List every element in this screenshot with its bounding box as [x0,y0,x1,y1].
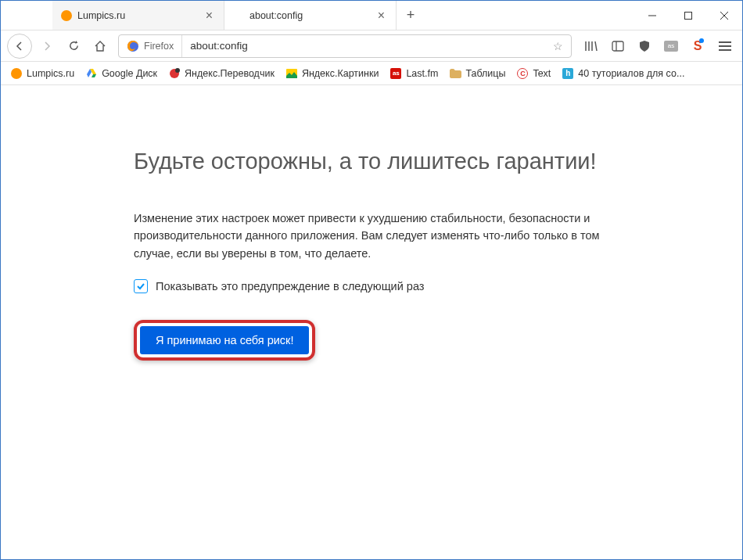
svg-rect-1 [685,12,692,19]
library-icon[interactable] [581,36,601,56]
copyright-icon: C [516,67,529,80]
identity-box[interactable]: Firefox [119,35,182,57]
bookmark-tutorials[interactable]: h 40 туториалов для со... [557,65,689,82]
extension-s-icon[interactable]: S [687,36,708,56]
url-input[interactable] [182,40,545,52]
bookmark-text[interactable]: C Text [511,65,555,82]
shield-icon[interactable] [634,36,655,56]
hamburger-menu-button[interactable] [714,35,736,57]
lastfm-icon: as [389,67,402,80]
yandex-translate-icon [168,67,181,80]
browser-window: Lumpics.ru × about:config × + [0,0,743,560]
reload-button[interactable] [62,34,85,58]
bookmark-label: Text [533,68,551,79]
bookmark-tables[interactable]: Таблицы [444,65,510,82]
minimize-button[interactable] [634,1,670,30]
svg-rect-9 [612,41,623,51]
bookmark-icon [10,67,23,80]
bookmark-label: 40 туториалов для со... [578,68,684,79]
bookmark-label: Яндекс.Картинки [302,68,379,79]
svg-point-13 [175,68,180,73]
tab-label: about:config [249,10,370,21]
page-content: Будьте осторожны, а то лишитесь гарантии… [1,85,742,559]
maximize-button[interactable] [670,1,706,30]
bookmark-yandex-translate[interactable]: Яндекс.Переводчик [163,65,279,82]
url-bar[interactable]: Firefox ☆ [118,34,572,58]
tab-close-icon[interactable]: × [375,9,388,22]
warning-heading: Будьте осторожны, а то лишитесь гарантии… [134,148,609,175]
drive-icon [85,67,98,80]
identity-label: Firefox [144,41,174,52]
bookmark-lumpics[interactable]: Lumpics.ru [5,65,79,82]
close-window-button[interactable] [706,1,742,30]
nav-toolbar: Firefox ☆ as S [1,31,742,62]
titlebar: Lumpics.ru × about:config × + [1,1,742,31]
tab-close-icon[interactable]: × [203,9,216,22]
extension-badge-icon[interactable]: as [661,36,681,56]
bookmark-star-icon[interactable]: ☆ [545,40,571,52]
favicon-lumpics [60,9,73,22]
toolbar-actions: as S [578,36,711,56]
highlight-annotation: Я принимаю на себя риск! [134,320,315,361]
favicon-blank [232,9,245,22]
bookmarks-bar: Lumpics.ru Google Диск Яндекс.Переводчик… [1,62,742,85]
window-controls [634,1,742,30]
firefox-icon [127,40,139,52]
tab-strip: Lumpics.ru × about:config × + [1,1,425,30]
warning-body: Изменение этих настроек может привести к… [134,210,609,262]
home-button[interactable] [88,34,112,58]
checkbox-checked-icon[interactable] [134,279,148,293]
bookmark-label: Last.fm [406,68,438,79]
h-icon: h [562,67,574,80]
bookmark-google-disk[interactable]: Google Диск [81,65,162,82]
forward-button[interactable] [35,34,59,58]
tab-label: Lumpics.ru [77,10,198,21]
tab-aboutconfig[interactable]: about:config × [224,1,397,30]
checkbox-label: Показывать это предупреждение в следующи… [156,280,424,293]
bookmark-label: Lumpics.ru [27,68,74,79]
back-button[interactable] [7,34,32,59]
svg-line-8 [595,41,597,51]
show-warning-checkbox-row[interactable]: Показывать это предупреждение в следующи… [134,279,609,293]
bookmark-lastfm[interactable]: as Last.fm [385,65,443,82]
tab-lumpics[interactable]: Lumpics.ru × [52,1,224,30]
bookmark-yandex-images[interactable]: Яндекс.Картинки [281,65,383,82]
sidebar-icon[interactable] [608,36,628,56]
accept-risk-button[interactable]: Я принимаю на себя риск! [140,326,309,354]
new-tab-button[interactable]: + [397,1,425,30]
bookmark-label: Яндекс.Переводчик [185,68,275,79]
folder-icon [449,67,461,80]
bookmark-label: Google Диск [102,68,157,79]
images-icon [285,67,298,80]
bookmark-label: Таблицы [465,68,505,79]
